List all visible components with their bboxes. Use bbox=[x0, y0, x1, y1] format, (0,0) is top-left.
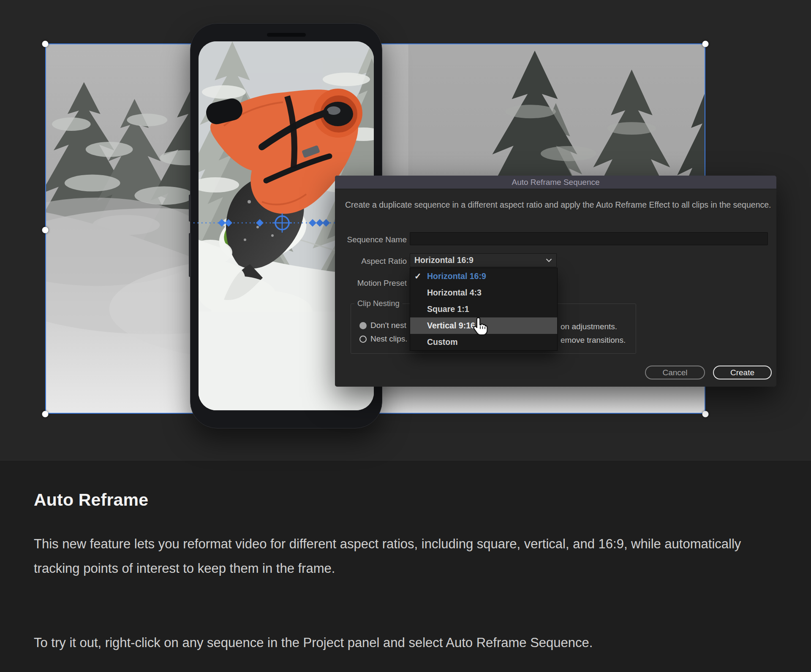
menu-item-horizontal-4-3[interactable]: Horizontal 4:3 bbox=[410, 285, 557, 301]
info-section: Auto Reframe This new feature lets you r… bbox=[0, 460, 811, 672]
radio-nest-clips[interactable]: Nest clips. bbox=[359, 334, 408, 344]
keyframe-diamond-icon[interactable] bbox=[322, 219, 330, 227]
dialog-title: Auto Reframe Sequence bbox=[335, 176, 776, 189]
sequence-name-input[interactable] bbox=[410, 232, 768, 245]
aspect-ratio-menu: ✓ Horizontal 16:9 Horizontal 4:3 Square … bbox=[410, 268, 558, 351]
hand-cursor-icon bbox=[472, 317, 488, 336]
menu-item-label: Custom bbox=[427, 337, 458, 347]
page-title: Auto Reframe bbox=[0, 461, 811, 510]
menu-item-label: Vertical 9:16 bbox=[427, 321, 475, 331]
feature-instructions: To try it out, right-click on any sequen… bbox=[34, 631, 777, 655]
menu-item-square-1-1[interactable]: Square 1:1 bbox=[410, 301, 557, 317]
keyframe-diamond-icon[interactable] bbox=[225, 219, 232, 227]
clip-nesting-label: Clip Nesting bbox=[354, 299, 403, 308]
cancel-button[interactable]: Cancel bbox=[645, 366, 705, 379]
dialog-description: Create a duplicate sequence in a differe… bbox=[345, 200, 771, 210]
aspect-ratio-label: Aspect Ratio bbox=[343, 257, 407, 266]
chevron-down-icon bbox=[546, 258, 552, 263]
radio-nest-clips-label: Nest clips. bbox=[370, 334, 408, 344]
check-icon: ✓ bbox=[414, 271, 425, 281]
menu-item-custom[interactable]: Custom bbox=[410, 334, 557, 350]
aspect-ratio-value: Horizontal 16:9 bbox=[414, 255, 546, 265]
create-button[interactable]: Create bbox=[713, 366, 772, 379]
selection-handle-top-left[interactable] bbox=[42, 41, 49, 47]
selection-handle-bottom-right[interactable] bbox=[702, 411, 709, 417]
phone-volume-button bbox=[189, 233, 191, 277]
hero-section: Auto Reframe Sequence Create a duplicate… bbox=[0, 0, 811, 460]
radio-dont-nest[interactable]: Don't nest bbox=[359, 321, 406, 330]
menu-item-label: Horizontal 16:9 bbox=[427, 271, 486, 281]
selection-handle-bottom-left[interactable] bbox=[42, 411, 49, 417]
radio-selected-icon[interactable] bbox=[359, 322, 367, 329]
keyframe-diamond-icon[interactable] bbox=[218, 219, 226, 227]
motion-track-overlay bbox=[190, 212, 338, 233]
radio-nest-clips-label-end: emove transitions. bbox=[561, 336, 626, 345]
track-point-icon[interactable] bbox=[272, 213, 292, 233]
selection-handle-mid-left[interactable] bbox=[42, 227, 49, 233]
selection-handle-top-right[interactable] bbox=[702, 41, 709, 47]
page: Auto Reframe Sequence Create a duplicate… bbox=[0, 0, 811, 672]
keyframe-diamond-icon[interactable] bbox=[309, 219, 316, 227]
keyframe-diamond-icon[interactable] bbox=[256, 219, 264, 227]
auto-reframe-dialog: Auto Reframe Sequence Create a duplicate… bbox=[335, 176, 776, 387]
phone-speaker-notch bbox=[267, 33, 306, 37]
radio-unselected-icon[interactable] bbox=[359, 336, 367, 343]
menu-item-label: Horizontal 4:3 bbox=[427, 288, 482, 298]
menu-item-horizontal-16-9[interactable]: ✓ Horizontal 16:9 bbox=[410, 268, 557, 285]
menu-item-label: Square 1:1 bbox=[427, 304, 469, 314]
aspect-ratio-select[interactable]: Horizontal 16:9 bbox=[410, 253, 557, 267]
feature-description: This new feature lets you reformat video… bbox=[34, 532, 752, 581]
radio-dont-nest-label: Don't nest bbox=[370, 321, 406, 330]
motion-preset-label: Motion Preset bbox=[343, 279, 407, 288]
sequence-name-label: Sequence Name bbox=[343, 235, 407, 244]
radio-dont-nest-label-end: on adjustments. bbox=[561, 322, 617, 331]
